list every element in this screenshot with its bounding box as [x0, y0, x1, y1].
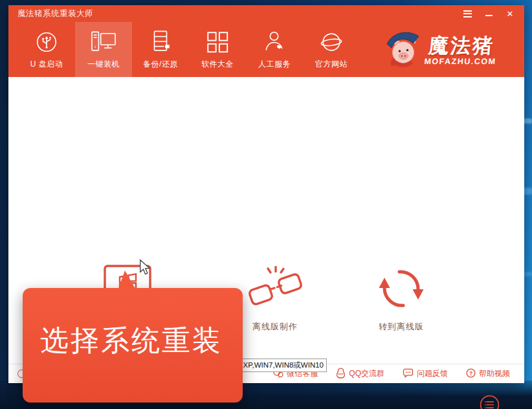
nav-item-usb-boot[interactable]: U 盘启动: [18, 22, 75, 77]
menu-icon[interactable]: [462, 9, 472, 18]
window-title: 魔法猪系统重装大师: [17, 8, 93, 19]
globe-icon: [319, 30, 344, 54]
server-icon: [149, 30, 172, 54]
footer-link-label: 问题反馈: [417, 368, 448, 379]
nav-item-label: 官方网站: [315, 59, 348, 70]
broken-link-icon: [244, 263, 306, 316]
nav-item-label: U 盘启动: [30, 59, 63, 70]
logo-brand: 魔法猪: [425, 36, 498, 56]
usb-icon: [34, 30, 59, 54]
nav-item-software-center[interactable]: 软件大全: [189, 22, 246, 77]
nav-item-label: 软件大全: [201, 59, 234, 70]
refresh-arrows-icon: [370, 263, 432, 316]
grid-icon: [205, 30, 230, 54]
logo-text: 魔法猪 MOFAZHU.COM: [424, 36, 498, 66]
banner-text: 选择系统重装: [40, 322, 243, 360]
feature-label: 离线版制作: [252, 321, 298, 333]
feedback-link[interactable]: 问题反馈: [403, 368, 448, 380]
footer-link-label: QQ交流群: [349, 368, 384, 379]
window-controls: ✕: [462, 9, 515, 18]
logo-domain: MOFAZHU.COM: [424, 57, 496, 66]
close-button[interactable]: ✕: [505, 9, 515, 18]
boot-menu-button[interactable]: 开机菜单: [462, 394, 516, 409]
nav-item-label: 一键装机: [87, 59, 120, 70]
nav-item-one-key-install[interactable]: 一键装机: [75, 22, 132, 77]
nav-item-label: 人工服务: [258, 59, 291, 70]
person-heart-icon: [262, 30, 287, 54]
nav-item-human-service[interactable]: 人工服务: [246, 22, 303, 77]
wallpaper-light-streak: [524, 188, 532, 195]
feature-label: 转到离线版: [379, 321, 424, 333]
title-bar[interactable]: 魔法猪系统重装大师 ✕: [8, 5, 524, 22]
help-circle-icon: ?: [466, 368, 476, 380]
computer-icon: [90, 30, 117, 54]
feedback-bubble-icon: [403, 368, 414, 380]
tutorial-banner-overlay: 选择系统重装: [23, 288, 243, 403]
nav-item-label: 备份/还原: [143, 59, 178, 70]
nav-item-backup-restore[interactable]: 备份/还原: [132, 22, 189, 77]
mouse-cursor: [138, 260, 152, 278]
svg-text:?: ?: [469, 370, 472, 376]
wallpaper-light-streak: [524, 272, 532, 276]
brand-logo: 魔法猪 MOFAZHU.COM: [385, 30, 497, 71]
qq-group-link[interactable]: QQ交流群: [336, 368, 384, 381]
nav-bar: U 盘启动 一键装机: [8, 22, 524, 77]
footer-link-label: 帮助视频: [479, 368, 510, 379]
pig-mascot-icon: [385, 30, 421, 71]
minimize-button[interactable]: [483, 9, 494, 18]
wallpaper-light-streak: [523, 118, 532, 124]
banner-arrow-up-icon: [118, 271, 135, 289]
nav-item-official-site[interactable]: 官方网站: [303, 22, 360, 77]
feature-switch-offline[interactable]: 转到离线版: [353, 263, 450, 333]
boot-menu-list-icon: [479, 394, 500, 409]
help-video-link[interactable]: ? 帮助视频: [466, 368, 510, 380]
qq-icon: [336, 368, 346, 381]
